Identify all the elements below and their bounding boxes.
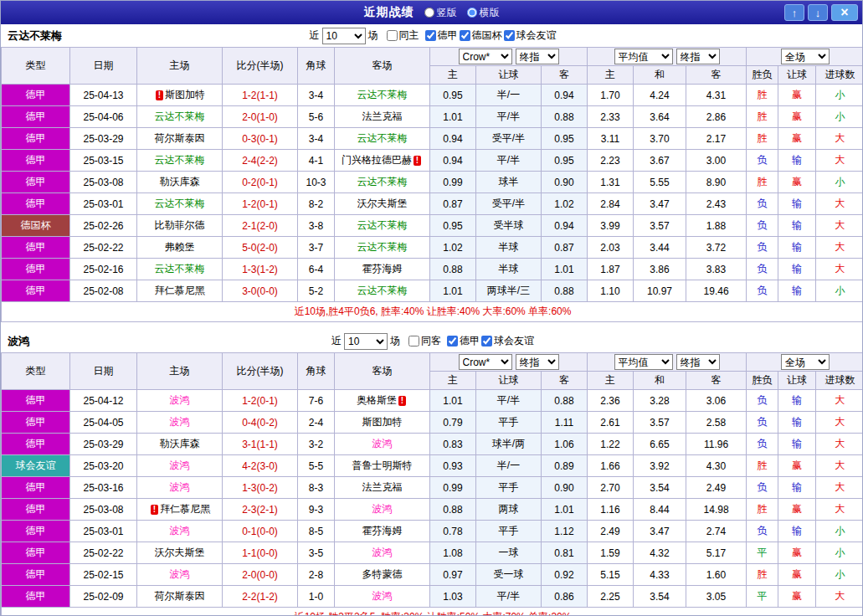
bundesliga-checkbox-input[interactable]	[425, 30, 436, 41]
avg-draw-odds-cell: 5.55	[634, 172, 686, 193]
bookmaker-select[interactable]: Crow*	[459, 354, 512, 370]
away-cell: 法兰克福	[335, 106, 430, 128]
avg-away-odds-cell: 3.83	[686, 259, 747, 280]
dfb-cup-checkbox-input[interactable]	[460, 30, 470, 41]
scroll-down-button[interactable]: ↓	[808, 4, 828, 21]
team-label: 勒沃库森	[160, 438, 200, 449]
team-label: 多特蒙德	[362, 568, 403, 580]
match-count-select[interactable]: 10	[344, 333, 388, 350]
team-label: 弗赖堡	[165, 241, 195, 253]
final-index-select[interactable]: 终指	[676, 49, 720, 64]
team-label: 波鸿	[170, 525, 190, 536]
same-venue-checkbox[interactable]: 同客	[403, 334, 441, 348]
same-venue-checkbox-input[interactable]	[387, 30, 398, 41]
over-under-cell: 大	[816, 499, 863, 521]
match-count-select[interactable]: 10	[322, 28, 366, 44]
score-cell: 3-0(0-0)	[223, 280, 298, 302]
over-under-cell: 大	[816, 150, 863, 172]
team-label: 波鸿	[170, 416, 190, 428]
match-row: 德甲25-04-13!斯图加特1-2(1-1)3-4云达不莱梅0.95半/一0.…	[2, 85, 863, 106]
horizontal-layout-radio-input[interactable]	[467, 8, 477, 18]
team-name: 云达不莱梅	[8, 28, 62, 44]
handicap-line-cell: 球半/两	[476, 434, 542, 455]
league-filter-checkbox[interactable]: 球会友谊	[480, 334, 534, 348]
avg-draw-odds-cell: 6.65	[634, 434, 686, 455]
crown-home-odds-cell: 0.79	[430, 412, 476, 434]
crown-away-odds-cell: 1.02	[542, 193, 588, 215]
avg-draw-odds-cell: 3.57	[634, 215, 686, 237]
handicap-result-cell: 赢	[778, 106, 816, 128]
handicap-result-cell: 赢	[778, 128, 816, 150]
final-index-select[interactable]: 终指	[676, 354, 720, 370]
team-label: 斯图加特	[165, 89, 205, 100]
friendly-checkbox-input[interactable]	[481, 336, 492, 346]
same-venue-checkbox[interactable]: 同主	[381, 28, 419, 43]
team-label: 沃尔夫斯堡	[357, 198, 408, 209]
handicap-result-cell: 输	[778, 237, 816, 259]
full-match-select[interactable]: 全场	[781, 354, 830, 370]
summary-text: 近10场,胜4平0负6, 胜率:40% 让胜率:40% 大率:60% 单率:60…	[2, 302, 863, 322]
over-under-cell: 小	[816, 542, 863, 564]
crown-home-odds-cell: 0.93	[430, 455, 476, 477]
avg-away-odds-cell: 2.17	[686, 128, 747, 150]
league-cell: 德甲	[2, 106, 70, 128]
handicap-line-cell: 受平/半	[476, 193, 542, 215]
scroll-up-button[interactable]: ↑	[784, 4, 804, 21]
result-cell: 负	[747, 390, 778, 412]
home-cell: 勒沃库森	[137, 434, 223, 455]
result-cell: 胜	[747, 455, 778, 477]
average-select[interactable]: 平均值	[614, 49, 673, 64]
avg-away-odds-cell: 1.88	[686, 215, 747, 237]
bundesliga-checkbox-input[interactable]	[447, 336, 458, 346]
vertical-layout-radio[interactable]: 竖版	[424, 6, 457, 20]
away-cell: 多特蒙德	[335, 564, 430, 586]
avg-home-odds-cell: 1.59	[588, 542, 634, 564]
handicap-line-cell: 平手	[476, 412, 542, 434]
date-cell: 25-03-01	[70, 193, 137, 215]
handicap-result-cell: 输	[778, 434, 816, 455]
date-cell: 25-03-01	[70, 521, 137, 542]
avg-draw-odds-cell: 3.54	[634, 586, 686, 608]
corners-cell: 1-0	[298, 586, 335, 608]
close-icon: ×	[840, 5, 848, 19]
over-under-cell: 大	[816, 434, 863, 455]
handicap-line-cell: 半/一	[476, 85, 542, 106]
crown-home-odds-cell: 0.99	[430, 172, 476, 193]
handicap-result-cell: 输	[778, 477, 816, 499]
bookmaker-select[interactable]: Crow*	[459, 49, 512, 64]
team-label: 荷尔斯泰因	[155, 132, 205, 144]
league-filter-checkbox[interactable]: 球会友谊	[502, 28, 557, 43]
league-cell: 德甲	[2, 172, 70, 193]
vertical-layout-radio-input[interactable]	[424, 8, 434, 18]
corners-cell: 3-4	[298, 85, 335, 106]
league-filter-checkbox[interactable]: 德甲	[419, 28, 458, 43]
col-header-away: 客场	[335, 48, 430, 85]
corners-cell: 10-3	[298, 172, 335, 193]
result-cell: 负	[747, 237, 778, 259]
full-match-select[interactable]: 全场	[781, 49, 830, 64]
handicap-result-cell: 输	[778, 521, 816, 542]
final-index-select[interactable]: 终指	[516, 354, 559, 370]
same-venue-checkbox-input[interactable]	[408, 336, 419, 346]
over-under-cell: 小	[816, 280, 863, 302]
crown-home-odds-cell: 0.95	[430, 215, 476, 237]
league-filter-checkbox[interactable]: 德国杯	[458, 28, 502, 43]
results-body: 德甲25-04-13!斯图加特1-2(1-1)3-4云达不莱梅0.95半/一0.…	[2, 85, 863, 302]
crown-away-odds-cell: 0.90	[542, 172, 588, 193]
avg-home-odds-cell: 1.70	[588, 85, 634, 106]
avg-draw-odds-cell: 3.57	[634, 412, 686, 434]
summary-text: 近10场,胜3平2负5, 胜率:30% 让胜率:50% 大率:70% 单率:30…	[2, 608, 863, 616]
league-filter-checkbox[interactable]: 德甲	[441, 334, 480, 348]
handicap-result-cell: 输	[778, 193, 816, 215]
friendly-checkbox-input[interactable]	[504, 30, 515, 41]
average-select[interactable]: 平均值	[614, 354, 673, 370]
avg-draw-odds-cell: 3.44	[634, 237, 686, 259]
team-label: 波鸿	[372, 503, 393, 515]
match-row: 德甲25-02-22沃尔夫斯堡1-1(0-0)3-5波鸿1.08一球0.811.…	[2, 542, 863, 564]
close-button[interactable]: ×	[831, 4, 858, 21]
crown-away-odds-cell: 0.87	[542, 237, 588, 259]
final-index-select[interactable]: 终指	[516, 49, 559, 64]
team-label: 云达不莱梅	[155, 154, 205, 166]
col-header-corners: 角球	[298, 353, 335, 390]
horizontal-layout-radio[interactable]: 横版	[467, 6, 500, 20]
